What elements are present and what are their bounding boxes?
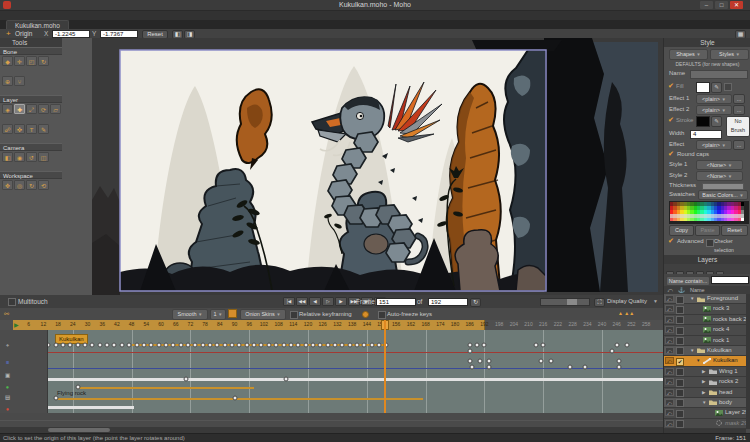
bone-keyframe[interactable] bbox=[288, 343, 293, 348]
switch-keyframe[interactable] bbox=[487, 359, 492, 364]
eyedropper-layer-tool[interactable]: ✎ bbox=[38, 124, 49, 134]
transform-layer-tool[interactable]: ◈ bbox=[2, 104, 13, 114]
bone-keyframe[interactable] bbox=[200, 343, 205, 348]
display-quality-arrow-icon[interactable]: ▼ bbox=[653, 295, 658, 308]
reparent-bone-tool[interactable]: ⑂ bbox=[14, 76, 25, 86]
flip-layer-icon[interactable]: ⤺ bbox=[665, 389, 674, 396]
color-palette[interactable] bbox=[669, 201, 749, 224]
shapes-dropdown[interactable]: Shapes ▼ bbox=[669, 49, 708, 60]
layer-row-head[interactable]: ⤺▶head bbox=[664, 388, 746, 398]
maximize-button[interactable]: □ bbox=[715, 1, 728, 9]
zoom-workspace-tool[interactable]: ◎ bbox=[14, 180, 25, 190]
shear-layer-tool[interactable]: ▱ bbox=[50, 104, 61, 114]
no-brush-button[interactable]: No Brush bbox=[726, 116, 750, 137]
layer-filter-dropdown[interactable]: Name contain... ▼ bbox=[666, 276, 710, 286]
fill-checkbox[interactable]: ✔ bbox=[668, 82, 674, 90]
flip-layer-icon[interactable]: ⤺ bbox=[665, 399, 674, 406]
expand-triangle-icon[interactable]: ▶ bbox=[702, 388, 705, 397]
bone-keyframe[interactable] bbox=[624, 343, 629, 348]
effect1-options-button[interactable]: ... bbox=[733, 94, 745, 104]
bone-keyframe[interactable] bbox=[178, 343, 183, 348]
canvas-artwork[interactable] bbox=[92, 38, 663, 295]
bone-keyframe[interactable] bbox=[134, 343, 139, 348]
styles-dropdown[interactable]: Styles ▼ bbox=[710, 49, 749, 60]
paste-button[interactable]: Paste bbox=[695, 225, 720, 236]
layer-visibility-checkbox[interactable] bbox=[676, 399, 684, 407]
expand-triangle-icon[interactable]: ▶ bbox=[702, 377, 705, 386]
effect2-dropdown[interactable]: <plain> ▼ bbox=[696, 105, 732, 115]
track-label-flying-rock[interactable]: Flying rock bbox=[57, 389, 86, 397]
layer-row-rock-3[interactable]: ⤺rock 3 bbox=[664, 304, 746, 314]
bone-keyframe[interactable] bbox=[215, 343, 220, 348]
auto-freeze-checkbox[interactable] bbox=[378, 311, 386, 319]
layer-visibility-checkbox[interactable] bbox=[676, 306, 684, 314]
layer-row-rock-1[interactable]: ⤺rock 1 bbox=[664, 336, 746, 346]
bone-keyframe[interactable] bbox=[230, 343, 235, 348]
bone-keyframe[interactable] bbox=[149, 343, 154, 348]
select-bone-tool[interactable]: ◆ bbox=[2, 56, 13, 66]
orbit-workspace-tool[interactable]: ⟲ bbox=[38, 180, 49, 190]
bone-keyframe[interactable] bbox=[53, 343, 58, 348]
step-forward-button[interactable]: ▶ bbox=[335, 297, 347, 306]
expand-triangle-icon[interactable]: ▶ bbox=[702, 367, 705, 376]
switch-keyframe[interactable] bbox=[477, 359, 482, 364]
layer-row-mask-29[interactable]: ⤺mask 29 bbox=[664, 419, 746, 429]
bone-keyframe[interactable] bbox=[156, 343, 161, 348]
playback-start-marker[interactable]: ▶ bbox=[14, 321, 19, 328]
reset-style-button[interactable]: Reset bbox=[721, 225, 748, 236]
rotate-bone-tool[interactable]: ↻ bbox=[38, 56, 49, 66]
white-channel-keyframe[interactable] bbox=[183, 377, 188, 382]
segment-keyframe[interactable] bbox=[232, 396, 237, 401]
bone-keyframe[interactable] bbox=[83, 343, 88, 348]
bone-keyframe[interactable] bbox=[90, 343, 95, 348]
bone-keyframe[interactable] bbox=[105, 343, 110, 348]
layer-row-foreground[interactable]: ⤺▼Foreground bbox=[664, 294, 746, 304]
layer-visibility-checkbox[interactable] bbox=[676, 327, 684, 335]
flip-layer-icon[interactable]: ⤺ bbox=[665, 357, 674, 364]
bone-keyframe[interactable] bbox=[127, 343, 132, 348]
flip-layer-icon[interactable]: ⤺ bbox=[665, 420, 674, 427]
flip-layer-icon[interactable]: ⤺ bbox=[665, 347, 674, 354]
layer-visibility-checkbox[interactable] bbox=[676, 420, 684, 428]
bone-keyframe[interactable] bbox=[541, 343, 546, 348]
flip-layer-icon[interactable]: ⤺ bbox=[665, 305, 674, 312]
bone-keyframe[interactable] bbox=[237, 343, 242, 348]
round-caps-checkbox[interactable]: ✔ bbox=[668, 150, 674, 158]
copy-button[interactable]: Copy bbox=[669, 225, 694, 236]
close-button[interactable]: ✕ bbox=[730, 1, 743, 9]
layer-visibility-checkbox[interactable] bbox=[676, 316, 684, 324]
origin-y-input[interactable]: -1.7367 bbox=[100, 30, 138, 38]
layer-channel-icon[interactable]: ▤ bbox=[3, 394, 12, 401]
bone-keyframe[interactable] bbox=[68, 343, 73, 348]
bone-keyframe[interactable] bbox=[332, 343, 337, 348]
layer-visibility-checkbox[interactable] bbox=[676, 368, 684, 376]
layer-row-wing-1[interactable]: ⤺▶Wing 1 bbox=[664, 367, 746, 377]
viewport[interactable] bbox=[92, 38, 663, 295]
follow-path-tool[interactable]: ☍ bbox=[2, 124, 13, 134]
style-name-input[interactable] bbox=[690, 70, 748, 79]
track-camera-tool[interactable]: ◧ bbox=[2, 152, 13, 162]
layers-vertical-scrollbar[interactable] bbox=[746, 294, 750, 429]
effect2-options-button[interactable]: ... bbox=[733, 105, 745, 115]
effect1-dropdown[interactable]: <plain> ▼ bbox=[696, 94, 732, 104]
play-button[interactable]: ▷ bbox=[322, 297, 334, 306]
bone-keyframe[interactable] bbox=[259, 343, 264, 348]
step-back-button[interactable]: ◀ bbox=[309, 297, 321, 306]
visibility-channel-icon[interactable]: ● bbox=[3, 384, 12, 391]
switch-keyframe[interactable] bbox=[617, 359, 622, 364]
fill-key-box[interactable] bbox=[724, 83, 732, 91]
collapse-triangle-icon[interactable]: ▼ bbox=[696, 356, 700, 365]
layer-row-kukulkan[interactable]: ⤺✔▼Kukulkan bbox=[664, 356, 746, 366]
red-channel-keyframe[interactable] bbox=[467, 349, 472, 354]
refresh-icon[interactable]: ↻ bbox=[470, 298, 481, 307]
link-icon[interactable]: ⚯ bbox=[4, 310, 9, 317]
timeline-scrollbar-thumb[interactable] bbox=[48, 428, 110, 432]
bone-keyframe[interactable] bbox=[467, 343, 472, 348]
interpolation-dropdown[interactable]: Smooth ▼ bbox=[172, 309, 208, 320]
bone-channel-icon[interactable]: ⌖ bbox=[3, 342, 12, 349]
bone-keyframe[interactable] bbox=[119, 343, 124, 348]
blue-channel-keyframe[interactable] bbox=[568, 365, 573, 370]
translate-layer-tool[interactable]: ✚ bbox=[14, 104, 25, 114]
bone-keyframe[interactable] bbox=[171, 343, 176, 348]
flip-layer-icon[interactable]: ⤺ bbox=[665, 326, 674, 333]
